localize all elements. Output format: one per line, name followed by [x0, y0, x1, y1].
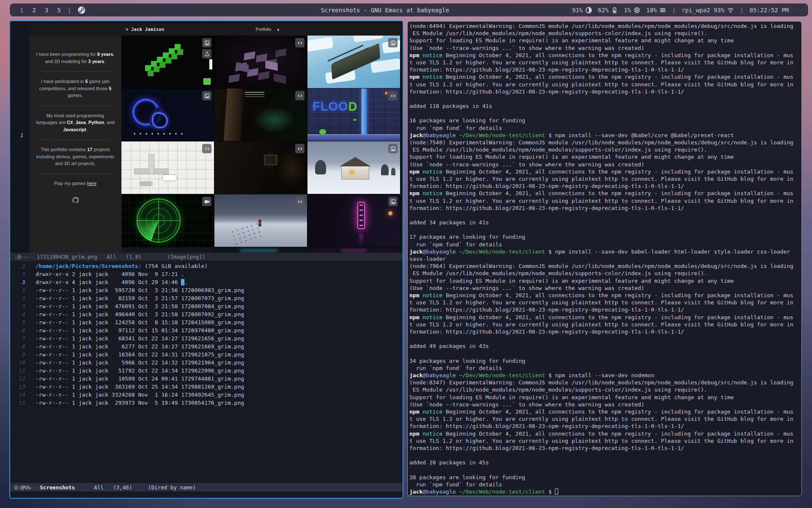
terminal-line: run `npm fund` for details [409, 124, 800, 132]
terminal-line: npm notice Beginning October 4, 2021, al… [409, 190, 800, 197]
dired-row[interactable]: 2-rw-r--r-- 1 jack jack 82159 Oct 3 21:5… [10, 294, 403, 302]
dired-row-text: -rw-r--r-- 1 jack jack 3324268 Nov 1 16:… [25, 391, 244, 399]
tile-icy-ship [307, 36, 400, 88]
brightness-status: 91% [572, 7, 592, 14]
dired-row[interactable]: 8-rw-r--r-- 1 jack jack 6277 Oct 22 14:2… [10, 342, 403, 351]
image-buffer-line-number: 1 [20, 132, 24, 138]
dired-line-number: 15 [10, 399, 25, 407]
terminal-line: npm notice Beginning October 4, 2021, al… [409, 292, 800, 299]
terminal-line: ES Module /usr/lib/node_modules/npm/node… [409, 386, 800, 393]
code-badge-icon [295, 91, 304, 100]
dired-row-text: -rw-r--r-- 1 jack jack 363169 Oct 25 14:… [25, 383, 244, 391]
dired-row[interactable]: 1-rw-r--r-- 1 jack jack 595728 Oct 3 21:… [10, 286, 403, 294]
status-bar: 1235 | Screenshots - GNU Emacs at babyea… [9, 3, 809, 17]
dired-row[interactable]: 4-rw-r--r-- 1 jack jack 496440 Oct 3 21:… [10, 310, 403, 318]
memory-icon [659, 7, 666, 14]
steam-tray-icon[interactable] [78, 6, 85, 14]
terminal-line: formation: https://github.blog/2021-08-2… [409, 422, 800, 430]
dired-row[interactable]: 5-rw-r--r-- 1 jack jack 124258 Oct 8 15:… [10, 318, 403, 326]
sidebar-divider [38, 105, 112, 106]
workspace-3[interactable]: 3 [45, 7, 48, 14]
dired-line-number: 3 [10, 302, 25, 310]
tile-dark-room [214, 141, 307, 194]
terminal-line: t use TLS 1.2 or higher. You are current… [409, 59, 800, 66]
dired-row-text: -rw-r--r-- 1 jack jack 5966 Oct 22 14:32… [25, 359, 244, 367]
dired-row-text: /home/jack/Pictures/Screenshots: (754 Gi… [25, 262, 208, 270]
terminal-line: t use TLS 1.2 or higher. You are current… [409, 321, 800, 328]
portfolio-screenshot-image: > Jack Jamison Portfolio ◐ I have been p… [29, 24, 401, 253]
image-badge-icon [202, 38, 211, 47]
dired-row[interactable]: 3-rw-r--r-- 1 jack jack 476091 Oct 3 21:… [10, 302, 403, 310]
image-badge-icon [388, 38, 398, 47]
github-icon [29, 197, 121, 205]
tile-sliver-1 [121, 247, 214, 253]
terminal-line: npm notice Beginning October 4, 2021, al… [409, 314, 800, 321]
terminal-line [409, 452, 800, 459]
terminal-line: npm notice Beginning October 4, 2021, al… [409, 73, 800, 80]
cpu-value: 1% [624, 7, 631, 14]
code-badge-icon [388, 91, 398, 100]
terminal-line: (Use `node --trace-warnings ...` to show… [409, 44, 800, 52]
portfolio-brand: > Jack Jamison [126, 27, 164, 32]
dired-row[interactable]: 11-rw-r--r-- 1 jack jack 51792 Oct 22 14… [10, 367, 403, 375]
brightness-icon [585, 7, 592, 14]
terminal-line: (node:8347) ExperimentalWarning: CommonJ… [409, 379, 800, 386]
portfolio-header: > Jack Jamison Portfolio ◐ [29, 24, 401, 36]
dired-row[interactable]: 10-rw-r--r-- 1 jack jack 5966 Oct 22 14:… [10, 359, 403, 367]
terminal-line: (node:7964) ExperimentalWarning: CommonJ… [409, 262, 800, 270]
dired-row[interactable]: 14-rw-r--r-- 1 jack jack 3324268 Nov 1 1… [10, 391, 403, 399]
tile-sliver-2 [214, 247, 307, 253]
code-badge-icon [295, 197, 304, 206]
terminal-line: ES Module /usr/lib/node_modules/npm/node… [409, 146, 800, 153]
dired-row[interactable]: 13-rw-r--r-- 1 jack jack 363169 Oct 25 1… [10, 383, 403, 391]
emacs-image-buffer[interactable]: 1 > Jack Jamison Portfolio ◐ I have been… [10, 21, 403, 253]
terminal-line [409, 226, 800, 233]
dired-row-text: -rw-r--r-- 1 jack jack 16364 Oct 22 14:3… [25, 351, 244, 359]
tile-dark-dungeon [214, 88, 307, 141]
dired-line-number: 4 [10, 310, 25, 318]
terminal-line: 34 packages are looking for funding [409, 357, 800, 364]
code-badge-icon [295, 144, 304, 153]
dired-line-number: 14 [10, 391, 25, 399]
dired-row[interactable]: 6-rw-r--r-- 1 jack jack 97112 Oct 15 01:… [10, 326, 403, 334]
dired-row[interactable]: 15-rw-r--r-- 1 jack jack 293973 Nov 5 19… [10, 399, 403, 407]
window-title: Screenshots - GNU Emacs at babyeagle [321, 7, 449, 14]
dired-row[interactable]: 3drwxr-xr-x 4 jack jack 4096 Oct 29 14:4… [10, 278, 403, 286]
dired-row[interactable]: 2/home/jack/Pictures/Screenshots: (754 G… [10, 262, 403, 270]
terminal-line: (Use `node --trace-warnings ...` to show… [409, 284, 800, 292]
terminal-line: npm notice Beginning October 4, 2021, al… [409, 430, 800, 437]
battery-status: 62% [598, 7, 618, 14]
terminal-line: added 118 packages in 41s [409, 102, 800, 110]
terminal-window[interactable]: (node:6494) ExperimentalWarning: CommonJ… [407, 21, 802, 496]
tile-grid-shapes [121, 141, 214, 194]
terminal-line: (node:6494) ExperimentalWarning: CommonJ… [409, 22, 800, 30]
terminal-line: npm notice Beginning October 4, 2021, al… [409, 168, 800, 175]
echo-area[interactable] [10, 491, 403, 498]
terminal-line [409, 335, 800, 342]
terminal-line: formation: https://github.blog/2021-08-2… [409, 88, 800, 95]
dired-buffer[interactable]: 2/home/jack/Pictures/Screenshots: (754 G… [10, 261, 403, 484]
workspace-5[interactable]: 5 [57, 7, 60, 14]
dired-line-number: 12 [10, 375, 25, 383]
dired-row[interactable]: 7-rw-r--r-- 1 jack jack 68341 Oct 22 14:… [10, 334, 403, 342]
dired-row-text: -rw-r--r-- 1 jack jack 10509 Oct 24 00:4… [25, 375, 244, 383]
terminal-line: formation: https://github.blog/2021-08-2… [409, 66, 800, 73]
workspace-2[interactable]: 2 [32, 7, 36, 14]
terminal-line: npm notice Beginning October 4, 2021, al… [409, 52, 800, 59]
emacs-window[interactable]: 1 > Jack Jamison Portfolio ◐ I have been… [9, 20, 403, 499]
terminal-line: Support for loading ES Module in require… [409, 37, 800, 44]
code-badge-icon [295, 38, 304, 47]
tile-purple-voxels [214, 36, 307, 88]
sidebar-divider [38, 174, 112, 174]
terminal-output: (node:6494) ExperimentalWarning: CommonJ… [408, 22, 801, 496]
play-games-link: here [87, 181, 96, 186]
dired-row[interactable]: 9-rw-r--r-- 1 jack jack 16364 Oct 22 14:… [10, 351, 403, 359]
terminal-line: (node:7540) ExperimentalWarning: CommonJ… [409, 139, 800, 146]
workspace-1[interactable]: 1 [20, 7, 23, 14]
dired-row[interactable]: 12-rw-r--r-- 1 jack jack 10509 Oct 24 00… [10, 375, 403, 383]
terminal-line: formation: https://github.blog/2021-08-2… [409, 444, 800, 452]
dired-row-text: -rw-r--r-- 1 jack jack 293973 Nov 5 19:4… [25, 399, 244, 407]
terminal-line: (Use `node --trace-warnings ...` to show… [409, 401, 800, 408]
brightness-value: 91% [572, 7, 583, 14]
dired-row[interactable]: 1drwxr-xr-x 2 jack jack 4096 Nov 9 17:21… [10, 270, 403, 278]
